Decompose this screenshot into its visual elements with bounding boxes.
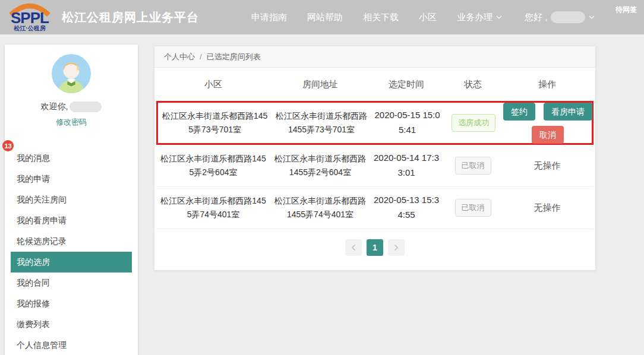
sppl-logo[interactable]: SPPL 松江·公租房 [6, 2, 53, 32]
sidebar-item-waitlist-records[interactable]: 轮候选房记录 [11, 231, 132, 252]
col-header-community: 小区 [156, 77, 270, 92]
nav-application-guide[interactable]: 申请指南 [251, 12, 287, 23]
community-cell: 松江区永丰街道乐都西路1455弄74号401室 [156, 194, 270, 221]
sidebar-item-my-messages[interactable]: 我的消息 [11, 148, 132, 169]
pagination-prev-button[interactable] [345, 239, 362, 256]
no-action-label: 无操作 [534, 159, 561, 173]
pagination-page-1[interactable]: 1 [367, 239, 383, 256]
actions-cell: 签约 看房申请 取消 [504, 103, 592, 144]
unread-count-badge: 13 [2, 140, 14, 151]
main-content-card: 个人中心 / 已选定房间列表 小区 房间地址 选定时间 状态 操作 松江区永丰街… [154, 46, 595, 270]
chevron-down-icon [496, 15, 502, 19]
redacted-username [551, 11, 585, 23]
svg-text:SPPL: SPPL [11, 9, 49, 27]
site-title: 松江公租房网上业务平台 [62, 9, 199, 26]
pagination: 1 [154, 239, 595, 256]
col-header-actions: 操作 [503, 77, 591, 92]
table-header-row: 小区 房间地址 选定时间 状态 操作 [156, 68, 594, 101]
nav-business-menu[interactable]: 业务办理 [457, 12, 502, 23]
profile-block: 欢迎你, 修改密码 [5, 45, 138, 128]
sidebar-item-my-room-selection[interactable]: 我的选房 [11, 252, 132, 272]
pagination-next-button[interactable] [388, 239, 405, 256]
selected-time-cell: 2020-05-13 15:34:55 [370, 193, 443, 223]
room-address-cell: 松江区永丰街道乐都西路1455弄74号401室 [270, 194, 370, 221]
cancel-button[interactable]: 取消 [532, 126, 564, 144]
redacted-username [70, 102, 102, 112]
actions-cell: 无操作 [503, 201, 591, 215]
svg-text:松江·公租房: 松江·公租房 [13, 25, 45, 31]
status-badge: 选房成功 [452, 114, 495, 132]
greeting-label: 您好 , [525, 12, 547, 23]
status-cell: 选房成功 [443, 114, 504, 132]
sidebar-item-my-repairs[interactable]: 我的报修 [11, 293, 132, 314]
top-header: SPPL 松江·公租房 松江公租房网上业务平台 申请指南 网站帮助 相关下载 小… [0, 0, 644, 34]
chevron-left-icon [351, 244, 356, 251]
nav-downloads[interactable]: 相关下载 [363, 12, 399, 23]
actions-cell: 无操作 [503, 159, 591, 173]
table-row: 松江区永丰街道乐都西路1455弄2号604室 松江区永丰街道乐都西路1455弄2… [156, 145, 594, 187]
user-account-menu[interactable]: 您好 , [525, 11, 595, 23]
sidebar-item-my-followed-rooms[interactable]: 我的关注房间 [11, 189, 132, 210]
status-cell: 已取消 [443, 199, 503, 217]
status-cell: 已取消 [443, 157, 503, 175]
status-badge: 已取消 [455, 157, 491, 175]
sidebar-item-my-contracts[interactable]: 我的合同 [11, 272, 132, 293]
sign-contract-button[interactable]: 签约 [503, 103, 535, 121]
status-badge: 已取消 [455, 199, 491, 217]
chevron-down-icon [589, 15, 595, 19]
selected-rooms-table: 小区 房间地址 选定时间 状态 操作 松江区永丰街道乐都西路1455弄73号70… [154, 68, 595, 229]
col-header-address: 房间地址 [270, 77, 370, 92]
chevron-right-icon [394, 244, 399, 251]
col-header-status: 状态 [443, 77, 503, 92]
no-action-label: 无操作 [534, 201, 561, 215]
user-avatar [52, 54, 91, 93]
sidebar-item-my-viewing-requests[interactable]: 我的看房申请 [11, 210, 132, 231]
breadcrumb-separator: / [200, 46, 202, 67]
breadcrumb-current: 已选定房间列表 [207, 46, 261, 67]
sidebar-item-my-applications[interactable]: 我的申请 [11, 169, 132, 189]
sidebar-item-personal-info[interactable]: 个人信息管理 [11, 335, 132, 355]
table-row: 松江区永丰街道乐都西路1455弄74号401室 松江区永丰街道乐都西路1455弄… [156, 187, 594, 229]
viewing-request-button[interactable]: 看房申请 [544, 103, 592, 121]
top-nav: 申请指南 网站帮助 相关下载 小区 业务办理 [251, 12, 502, 23]
col-header-selected-time: 选定时间 [370, 77, 443, 92]
nav-site-help[interactable]: 网站帮助 [307, 12, 343, 23]
change-password-link[interactable]: 修改密码 [5, 117, 138, 128]
sidebar-menu: 13 我的消息 我的申请 我的关注房间 我的看房申请 轮候选房记录 我的选房 我… [5, 148, 138, 355]
room-address-cell: 松江区永丰街道乐都西路1455弄73号701室 [272, 109, 371, 137]
nav-communities[interactable]: 小区 [419, 12, 437, 23]
selected-time-cell: 2020-05-14 17:33:01 [370, 151, 443, 180]
welcome-text: 欢迎你, [41, 102, 68, 112]
table-row: 松江区永丰街道乐都西路1455弄73号701室 松江区永丰街道乐都西路1455弄… [156, 101, 594, 145]
room-address-cell: 松江区永丰街道乐都西路1455弄2号604室 [270, 152, 370, 179]
selected-time-cell: 2020-05-15 15:05:41 [371, 108, 444, 138]
pending-esign-link[interactable]: 待网签 [615, 5, 637, 15]
breadcrumb: 个人中心 / 已选定房间列表 [154, 46, 595, 68]
community-cell: 松江区永丰街道乐都西路1455弄73号701室 [158, 109, 272, 137]
sidebar-item-payment-list[interactable]: 缴费列表 [11, 314, 132, 335]
breadcrumb-personal-center[interactable]: 个人中心 [164, 46, 195, 67]
community-cell: 松江区永丰街道乐都西路1455弄2号604室 [156, 152, 270, 179]
sidebar: 欢迎你, 修改密码 13 我的消息 我的申请 我的关注房间 我的看房申请 轮候选… [5, 45, 138, 355]
